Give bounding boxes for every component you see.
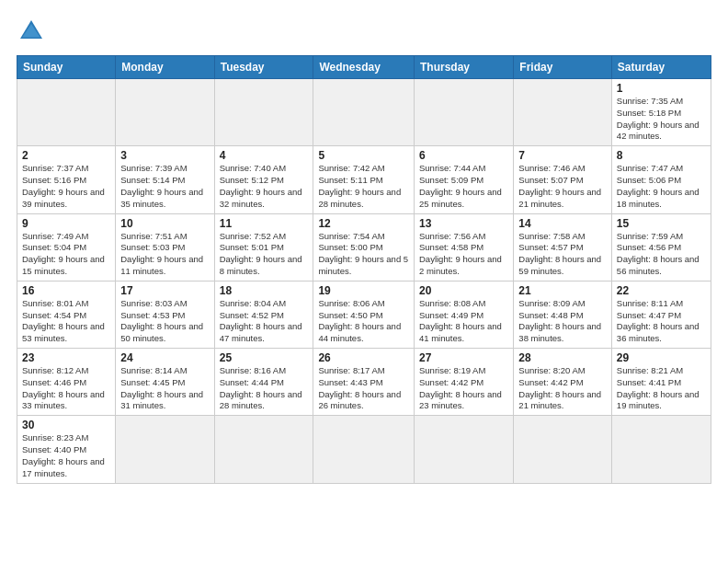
day-info: Sunrise: 7:42 AM Sunset: 5:11 PM Dayligh… xyxy=(318,163,409,210)
day-cell xyxy=(611,416,711,483)
day-cell xyxy=(17,79,116,146)
day-number: 14 xyxy=(518,217,607,230)
day-cell: 21Sunrise: 8:09 AM Sunset: 4:48 PM Dayli… xyxy=(514,281,612,348)
logo xyxy=(17,17,50,46)
day-info: Sunrise: 8:21 AM Sunset: 4:41 PM Dayligh… xyxy=(617,365,706,412)
day-cell: 28Sunrise: 8:20 AM Sunset: 4:42 PM Dayli… xyxy=(514,349,612,416)
day-info: Sunrise: 8:20 AM Sunset: 4:42 PM Dayligh… xyxy=(518,365,607,412)
day-cell: 4Sunrise: 7:40 AM Sunset: 5:12 PM Daylig… xyxy=(214,146,313,213)
day-cell: 27Sunrise: 8:19 AM Sunset: 4:42 PM Dayli… xyxy=(415,349,514,416)
day-info: Sunrise: 8:09 AM Sunset: 4:48 PM Dayligh… xyxy=(518,298,607,345)
day-number: 21 xyxy=(518,284,607,297)
weekday-tuesday: Tuesday xyxy=(214,56,313,79)
day-number: 6 xyxy=(419,149,508,162)
day-info: Sunrise: 8:17 AM Sunset: 4:43 PM Dayligh… xyxy=(318,365,409,412)
day-cell: 14Sunrise: 7:58 AM Sunset: 4:57 PM Dayli… xyxy=(514,213,612,281)
day-cell: 30Sunrise: 8:23 AM Sunset: 4:40 PM Dayli… xyxy=(17,416,116,483)
day-cell: 22Sunrise: 8:11 AM Sunset: 4:47 PM Dayli… xyxy=(611,281,711,348)
weekday-friday: Friday xyxy=(514,56,612,79)
day-cell: 16Sunrise: 8:01 AM Sunset: 4:54 PM Dayli… xyxy=(17,281,116,348)
day-info: Sunrise: 7:58 AM Sunset: 4:57 PM Dayligh… xyxy=(518,231,607,278)
day-cell: 5Sunrise: 7:42 AM Sunset: 5:11 PM Daylig… xyxy=(313,146,415,213)
day-info: Sunrise: 8:01 AM Sunset: 4:54 PM Dayligh… xyxy=(22,298,110,345)
day-number: 26 xyxy=(318,351,409,364)
day-number: 5 xyxy=(318,149,409,162)
day-cell xyxy=(514,79,612,146)
day-cell xyxy=(116,79,214,146)
day-cell xyxy=(415,416,514,483)
day-info: Sunrise: 7:40 AM Sunset: 5:12 PM Dayligh… xyxy=(220,163,309,210)
week-row-4: 23Sunrise: 8:12 AM Sunset: 4:46 PM Dayli… xyxy=(17,349,711,416)
day-cell: 26Sunrise: 8:17 AM Sunset: 4:43 PM Dayli… xyxy=(313,349,415,416)
calendar: SundayMondayTuesdayWednesdayThursdayFrid… xyxy=(17,55,711,484)
day-number: 10 xyxy=(120,217,209,230)
day-number: 19 xyxy=(318,284,409,297)
day-number: 17 xyxy=(120,284,209,297)
day-number: 3 xyxy=(120,149,209,162)
day-number: 8 xyxy=(617,149,706,162)
header xyxy=(17,17,711,46)
day-info: Sunrise: 7:51 AM Sunset: 5:03 PM Dayligh… xyxy=(120,231,209,278)
day-info: Sunrise: 7:54 AM Sunset: 5:00 PM Dayligh… xyxy=(318,231,409,278)
day-cell xyxy=(415,79,514,146)
day-number: 22 xyxy=(617,284,706,297)
day-number: 23 xyxy=(22,351,110,364)
day-info: Sunrise: 7:37 AM Sunset: 5:16 PM Dayligh… xyxy=(22,163,110,210)
day-cell xyxy=(116,416,214,483)
week-row-0: 1Sunrise: 7:35 AM Sunset: 5:18 PM Daylig… xyxy=(17,79,711,146)
day-cell: 10Sunrise: 7:51 AM Sunset: 5:03 PM Dayli… xyxy=(116,213,214,281)
page: SundayMondayTuesdayWednesdayThursdayFrid… xyxy=(0,0,728,563)
day-cell: 2Sunrise: 7:37 AM Sunset: 5:16 PM Daylig… xyxy=(17,146,116,213)
day-cell: 29Sunrise: 8:21 AM Sunset: 4:41 PM Dayli… xyxy=(611,349,711,416)
day-info: Sunrise: 8:06 AM Sunset: 4:50 PM Dayligh… xyxy=(318,298,409,345)
day-number: 28 xyxy=(518,351,607,364)
day-cell: 1Sunrise: 7:35 AM Sunset: 5:18 PM Daylig… xyxy=(611,79,711,146)
week-row-3: 16Sunrise: 8:01 AM Sunset: 4:54 PM Dayli… xyxy=(17,281,711,348)
weekday-monday: Monday xyxy=(116,56,214,79)
day-number: 25 xyxy=(220,351,309,364)
day-number: 15 xyxy=(617,217,706,230)
day-cell: 20Sunrise: 8:08 AM Sunset: 4:49 PM Dayli… xyxy=(415,281,514,348)
day-cell xyxy=(313,79,415,146)
weekday-sunday: Sunday xyxy=(17,56,116,79)
day-cell: 25Sunrise: 8:16 AM Sunset: 4:44 PM Dayli… xyxy=(214,349,313,416)
day-cell xyxy=(214,79,313,146)
day-cell xyxy=(313,416,415,483)
day-info: Sunrise: 8:23 AM Sunset: 4:40 PM Dayligh… xyxy=(22,432,110,479)
day-info: Sunrise: 8:08 AM Sunset: 4:49 PM Dayligh… xyxy=(419,298,508,345)
weekday-header-row: SundayMondayTuesdayWednesdayThursdayFrid… xyxy=(17,56,711,79)
week-row-2: 9Sunrise: 7:49 AM Sunset: 5:04 PM Daylig… xyxy=(17,213,711,281)
day-info: Sunrise: 7:49 AM Sunset: 5:04 PM Dayligh… xyxy=(22,231,110,278)
day-info: Sunrise: 7:59 AM Sunset: 4:56 PM Dayligh… xyxy=(617,231,706,278)
day-info: Sunrise: 7:56 AM Sunset: 4:58 PM Dayligh… xyxy=(419,231,508,278)
day-info: Sunrise: 8:14 AM Sunset: 4:45 PM Dayligh… xyxy=(120,365,209,412)
day-info: Sunrise: 8:11 AM Sunset: 4:47 PM Dayligh… xyxy=(617,298,706,345)
day-info: Sunrise: 8:19 AM Sunset: 4:42 PM Dayligh… xyxy=(419,365,508,412)
day-cell xyxy=(514,416,612,483)
day-info: Sunrise: 7:52 AM Sunset: 5:01 PM Dayligh… xyxy=(220,231,309,278)
day-cell: 15Sunrise: 7:59 AM Sunset: 4:56 PM Dayli… xyxy=(611,213,711,281)
day-number: 1 xyxy=(617,82,706,95)
day-cell: 8Sunrise: 7:47 AM Sunset: 5:06 PM Daylig… xyxy=(611,146,711,213)
day-cell: 12Sunrise: 7:54 AM Sunset: 5:00 PM Dayli… xyxy=(313,213,415,281)
day-cell: 3Sunrise: 7:39 AM Sunset: 5:14 PM Daylig… xyxy=(116,146,214,213)
day-cell: 23Sunrise: 8:12 AM Sunset: 4:46 PM Dayli… xyxy=(17,349,116,416)
day-cell: 7Sunrise: 7:46 AM Sunset: 5:07 PM Daylig… xyxy=(514,146,612,213)
day-cell: 17Sunrise: 8:03 AM Sunset: 4:53 PM Dayli… xyxy=(116,281,214,348)
weekday-saturday: Saturday xyxy=(611,56,711,79)
day-info: Sunrise: 7:39 AM Sunset: 5:14 PM Dayligh… xyxy=(120,163,209,210)
day-number: 2 xyxy=(22,149,110,162)
day-cell: 19Sunrise: 8:06 AM Sunset: 4:50 PM Dayli… xyxy=(313,281,415,348)
day-info: Sunrise: 7:47 AM Sunset: 5:06 PM Dayligh… xyxy=(617,163,706,210)
day-info: Sunrise: 8:12 AM Sunset: 4:46 PM Dayligh… xyxy=(22,365,110,412)
day-number: 27 xyxy=(419,351,508,364)
week-row-1: 2Sunrise: 7:37 AM Sunset: 5:16 PM Daylig… xyxy=(17,146,711,213)
day-number: 13 xyxy=(419,217,508,230)
day-number: 29 xyxy=(617,351,706,364)
day-number: 18 xyxy=(220,284,309,297)
day-number: 24 xyxy=(120,351,209,364)
weekday-thursday: Thursday xyxy=(415,56,514,79)
day-info: Sunrise: 8:03 AM Sunset: 4:53 PM Dayligh… xyxy=(120,298,209,345)
day-number: 16 xyxy=(22,284,110,297)
day-cell: 24Sunrise: 8:14 AM Sunset: 4:45 PM Dayli… xyxy=(116,349,214,416)
